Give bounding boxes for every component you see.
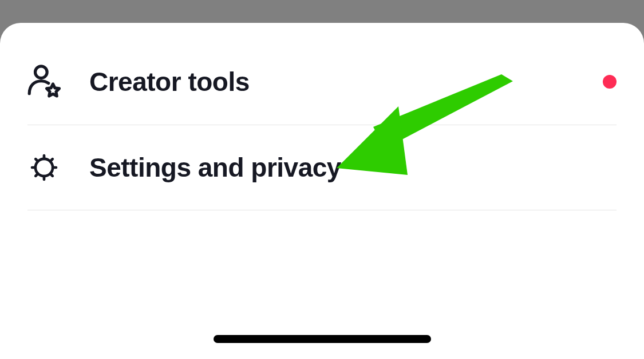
- bottom-sheet: Creator tools Settings and privacy: [0, 23, 644, 359]
- menu-item-label: Creator tools: [62, 66, 250, 97]
- svg-point-0: [35, 66, 48, 78]
- svg-line-8: [35, 174, 38, 176]
- svg-line-6: [35, 159, 38, 161]
- menu-list: Creator tools Settings and privacy: [0, 23, 644, 210]
- notification-dot: [603, 75, 617, 89]
- menu-item-label: Settings and privacy: [62, 152, 341, 183]
- gear-icon: [26, 150, 62, 185]
- home-indicator: [214, 335, 431, 343]
- svg-line-7: [50, 174, 53, 176]
- user-star-icon: [26, 64, 62, 99]
- menu-item-settings-privacy[interactable]: Settings and privacy: [0, 125, 644, 210]
- menu-item-creator-tools[interactable]: Creator tools: [0, 39, 644, 125]
- svg-line-9: [50, 159, 53, 161]
